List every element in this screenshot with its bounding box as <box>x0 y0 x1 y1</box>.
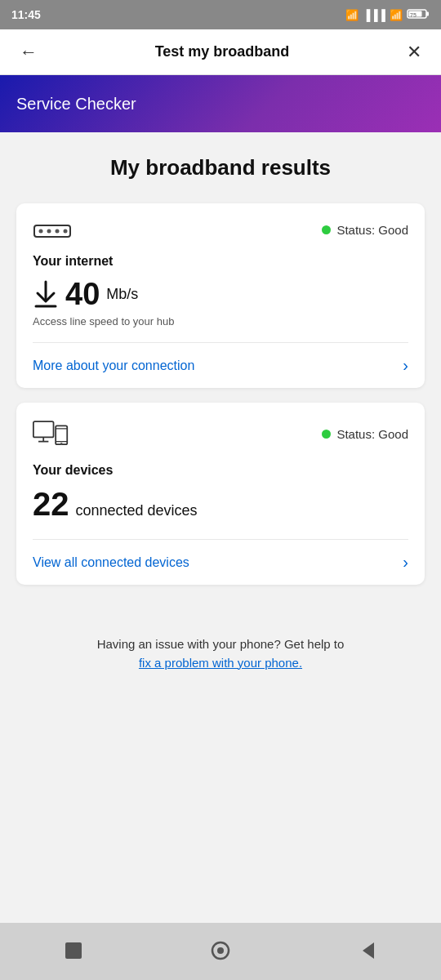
bluetooth-icon: 📶 <box>345 9 359 21</box>
devices-status-label: Status: Good <box>336 427 408 441</box>
internet-card: Status: Good Your internet 40 Mb/s Acces… <box>16 203 425 388</box>
close-button[interactable]: ✕ <box>400 35 428 69</box>
internet-status: Status: Good <box>322 223 408 237</box>
devices-count: 22 <box>33 486 69 523</box>
devices-status: Status: Good <box>322 427 408 441</box>
nav-home-button[interactable] <box>203 933 238 969</box>
download-icon <box>33 280 59 310</box>
nav-stop-button[interactable] <box>56 933 91 969</box>
internet-status-label: Status: Good <box>336 223 408 237</box>
devices-icon <box>33 419 69 448</box>
internet-link-arrow: › <box>403 356 408 375</box>
svg-text:75: 75 <box>410 12 416 18</box>
speed-value: 40 <box>65 277 100 312</box>
devices-link-arrow: › <box>403 553 408 572</box>
devices-card: Status: Good Your devices 22 connected d… <box>16 403 425 585</box>
speed-unit: Mb/s <box>106 286 138 303</box>
service-banner-label: Service Checker <box>16 95 136 114</box>
phone-help: Having an issue with your phone? Get hel… <box>0 616 441 685</box>
devices-link-text: View all connected devices <box>33 555 189 570</box>
router-icon <box>33 220 72 239</box>
svg-rect-11 <box>33 421 54 437</box>
svg-rect-18 <box>65 942 82 959</box>
internet-status-dot <box>322 225 331 234</box>
internet-section-label: Your internet <box>33 254 408 269</box>
devices-label: connected devices <box>76 502 198 519</box>
devices-status-dot <box>322 430 331 439</box>
status-bar: 11:45 📶 ▐▐▐ 📶 75 <box>0 0 441 29</box>
devices-count-row: 22 connected devices <box>33 486 408 523</box>
devices-link-row[interactable]: View all connected devices › <box>33 539 408 585</box>
internet-link-row[interactable]: More about your connection › <box>33 342 408 388</box>
svg-point-6 <box>47 229 51 234</box>
phone-help-link[interactable]: fix a problem with your phone. <box>139 656 302 670</box>
svg-marker-21 <box>363 942 374 959</box>
nav-bar: ← Test my broadband ✕ <box>0 29 441 75</box>
bottom-nav <box>0 923 441 980</box>
service-banner: Service Checker <box>0 75 441 132</box>
speed-row: 40 Mb/s <box>33 277 408 312</box>
status-time: 11:45 <box>11 8 41 21</box>
speed-description: Access line speed to your hub <box>33 315 408 327</box>
svg-rect-1 <box>426 11 429 16</box>
svg-point-5 <box>39 229 43 234</box>
page-title: My broadband results <box>16 155 425 180</box>
wifi-icon: 📶 <box>390 9 403 21</box>
nav-title: Test my broadband <box>155 43 290 60</box>
svg-point-8 <box>64 229 68 234</box>
phone-help-text: Having an issue with your phone? Get hel… <box>97 637 345 651</box>
svg-point-7 <box>56 229 60 234</box>
back-button[interactable]: ← <box>13 35 44 69</box>
devices-section-label: Your devices <box>33 463 408 478</box>
svg-point-17 <box>60 443 63 445</box>
devices-card-header: Status: Good <box>33 419 408 448</box>
battery-icon: 75 <box>407 8 430 22</box>
svg-point-20 <box>217 947 224 954</box>
status-icons: 📶 ▐▐▐ 📶 75 <box>345 8 430 22</box>
internet-card-header: Status: Good <box>33 220 408 239</box>
main-content: My broadband results Status: Good Your i… <box>0 132 441 616</box>
nav-back-button[interactable] <box>350 933 385 969</box>
internet-link-text: More about your connection <box>33 359 194 373</box>
signal-icon: ▐▐▐ <box>363 9 385 21</box>
